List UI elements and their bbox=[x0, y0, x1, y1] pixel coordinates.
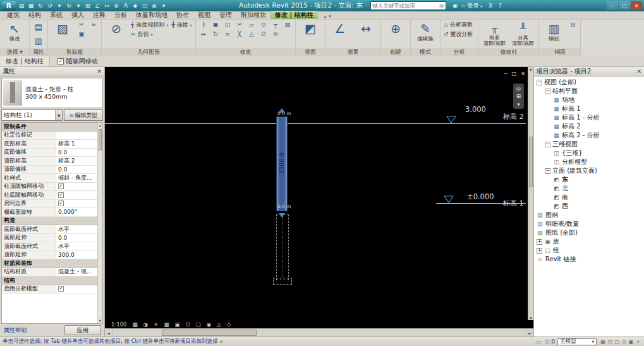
background-processes-icon[interactable]: ▦ bbox=[600, 339, 605, 345]
rebar-button[interactable]: ▥ 钢筋 bbox=[541, 20, 566, 47]
search-input[interactable] bbox=[372, 3, 439, 9]
navigation-cube-icon[interactable]: ⊞ bbox=[516, 93, 521, 99]
scroll-right-icon[interactable]: ► bbox=[526, 329, 533, 337]
ribbon-tab[interactable]: 视图 bbox=[193, 11, 215, 19]
drawing-area[interactable]: 3.000 标高 2 ±0.000 标高 1 3500.0 0.0 m 0.0 … bbox=[105, 67, 533, 320]
show-crop-region-icon[interactable]: ⊡ bbox=[186, 321, 190, 328]
measure-icon[interactable]: ∠ bbox=[93, 1, 102, 10]
property-row[interactable]: 材质和装饰 bbox=[2, 259, 97, 268]
structural-column[interactable]: 3500.0 bbox=[276, 116, 288, 211]
ribbon-tab[interactable]: 附加模块 bbox=[236, 11, 270, 19]
prop-base-offset[interactable]: 底部偏移 0.0 bbox=[2, 149, 97, 158]
prop-top-level[interactable]: 顶部标高 标高 2 bbox=[2, 157, 97, 166]
copy-icon[interactable]: ▣ bbox=[76, 30, 87, 39]
print-icon[interactable]: ▥ bbox=[83, 1, 92, 10]
aligned-dimension-icon[interactable]: ↔ bbox=[102, 1, 111, 10]
help-icon[interactable]: ? bbox=[499, 3, 502, 9]
undo-icon[interactable]: ↺ bbox=[46, 1, 54, 10]
move-icon[interactable]: ↔ bbox=[198, 30, 209, 39]
property-checkbox[interactable] bbox=[58, 201, 64, 206]
temporary-hide-isolate-icon[interactable]: ▢ bbox=[196, 321, 201, 328]
ribbon-panel-label[interactable]: 测量 bbox=[325, 48, 380, 56]
vertical-scrollbar[interactable]: ▲ ▼ bbox=[528, 67, 533, 320]
prop-top-offset[interactable]: 顶部偏移 0.0 bbox=[2, 166, 97, 175]
ribbon-panel-label[interactable]: 视图 bbox=[296, 48, 325, 56]
pin-icon[interactable]: ⊙ bbox=[258, 20, 269, 29]
ribbon-tab[interactable]: 修改 | 结构柱 bbox=[270, 11, 318, 19]
ribbon-tab[interactable]: 插入 bbox=[67, 11, 88, 19]
ribbon-tab[interactable]: 体量和场地 bbox=[131, 11, 172, 19]
join-end-cut-button[interactable]: ╅ 连接端切割 ▾ bbox=[130, 20, 169, 29]
paste-button[interactable]: ▨ bbox=[50, 20, 75, 47]
navbar-dropdown-icon[interactable]: ▾ bbox=[517, 101, 520, 108]
match-icon[interactable]: ≋ bbox=[270, 30, 281, 39]
scale-icon[interactable]: △ bbox=[246, 30, 257, 39]
tree-3d-analytical[interactable]: 分析模型 bbox=[534, 158, 644, 166]
cut-icon[interactable]: ✂ bbox=[76, 20, 87, 29]
tree-plan-level1[interactable]: 标高 1 bbox=[534, 104, 644, 113]
ribbon-panel-label[interactable]: 选择 ▾ bbox=[0, 48, 29, 56]
minimize-button[interactable]: ─ bbox=[607, 1, 618, 10]
expand-toggle-icon[interactable] bbox=[545, 89, 550, 94]
expand-toggle-icon[interactable] bbox=[545, 168, 550, 174]
open-icon[interactable]: ▤ bbox=[17, 1, 26, 10]
ribbon-panel-label[interactable]: 剪贴板 bbox=[48, 48, 101, 56]
editable-only-icon[interactable]: ▭ bbox=[537, 339, 542, 345]
close-button[interactable]: ✕ bbox=[631, 1, 642, 10]
tree-revit-links[interactable]: Revit 链接 bbox=[534, 255, 644, 264]
tree-legends[interactable]: 图例 bbox=[534, 211, 644, 219]
crop-view-icon[interactable]: ▣ bbox=[175, 321, 180, 328]
sync-icon[interactable]: ↻ bbox=[36, 1, 45, 10]
trim-extend-icon[interactable]: ┮ bbox=[270, 20, 281, 29]
drag-on-selection-icon[interactable]: + bbox=[636, 339, 640, 345]
analytical-adjust-button[interactable]: △ 分析调整 bbox=[442, 20, 477, 29]
select-pinned-icon[interactable]: ⊙ bbox=[622, 339, 626, 345]
ribbon-tab[interactable]: 管理 bbox=[215, 11, 236, 19]
ribbon-panel-label[interactable]: 钢筋 bbox=[539, 48, 580, 56]
tree-elevations[interactable]: 立面 (建筑立面) bbox=[534, 166, 644, 175]
3d-view-icon[interactable]: ◈ bbox=[131, 1, 140, 10]
redo-icon[interactable]: ↻ bbox=[64, 1, 73, 10]
steering-wheel-icon[interactable]: ◎ bbox=[516, 85, 521, 92]
select-links-icon[interactable]: ⊡ bbox=[608, 339, 612, 345]
rotate-icon[interactable]: ↻ bbox=[210, 30, 221, 39]
unpin-icon[interactable]: ∅ bbox=[258, 30, 269, 39]
properties-palette-button[interactable]: ▤ bbox=[32, 20, 46, 34]
moves-with-grids-checkbox[interactable]: ✓ bbox=[58, 58, 64, 65]
cut-geometry-button[interactable]: ⊘ bbox=[104, 20, 129, 47]
ribbon-panel-label[interactable]: 修改 bbox=[196, 48, 295, 56]
property-checkbox[interactable] bbox=[58, 286, 64, 292]
mirror-icon[interactable]: ◫ bbox=[222, 20, 233, 29]
tree-3d-default[interactable]: {三维} bbox=[534, 149, 644, 158]
property-checkbox[interactable] bbox=[58, 192, 64, 198]
select-by-face-icon[interactable]: ▣ bbox=[629, 339, 634, 345]
prop-top-cut-style[interactable]: 顶部截面样式 水平 bbox=[2, 242, 97, 251]
properties-help-link[interactable]: 属性帮助 bbox=[3, 326, 27, 335]
tree-elevation-south[interactable]: 南 bbox=[534, 193, 644, 202]
tree-sheets[interactable]: 图纸 (全部) bbox=[534, 228, 644, 237]
tree-3d-views[interactable]: 三维视图 bbox=[534, 140, 644, 149]
level-1-head-icon[interactable] bbox=[444, 195, 454, 203]
column-bottom-offset-label[interactable]: 0.0 m bbox=[277, 204, 291, 209]
column-top-offset-label[interactable]: 0.0 m bbox=[277, 111, 291, 116]
tag-icon[interactable]: ⊕ bbox=[112, 1, 121, 10]
prop-enable-analytical-model[interactable]: 启用分析模型 bbox=[2, 285, 97, 294]
project-browser-close-icon[interactable]: ✕ bbox=[636, 68, 641, 75]
copy-element-icon[interactable]: ▣ bbox=[210, 20, 221, 29]
reveal-hidden-elements-icon[interactable]: ◉ bbox=[207, 321, 211, 328]
prop-base-level[interactable]: 底部标高 标高 1 bbox=[2, 140, 97, 149]
tree-elevation-west[interactable]: 西 bbox=[534, 202, 644, 211]
view-minimize-icon[interactable]: ─ bbox=[504, 71, 507, 77]
array-icon[interactable]: ▱ bbox=[246, 20, 257, 29]
ribbon-panel-label[interactable]: 属性 bbox=[30, 48, 47, 56]
aligned-dimension-button[interactable]: ↔ bbox=[353, 20, 379, 47]
tree-plan-site[interactable]: 场地 bbox=[534, 96, 644, 104]
element-selector-dropdown[interactable]: 结构柱 (1) ▼ bbox=[1, 109, 63, 121]
prop-room-bounding[interactable]: 房间边界 bbox=[2, 200, 97, 209]
design-option-select[interactable]: 主模型 ▼ bbox=[557, 338, 597, 345]
prop-cross-section-rotation[interactable]: 横截面旋转 0.000° bbox=[2, 208, 97, 217]
rebar-cover-icon[interactable]: ⊟ bbox=[567, 20, 578, 29]
horizontal-scrollbar[interactable]: ◄ ► bbox=[105, 328, 533, 337]
tree-elevation-north[interactable]: 北 bbox=[534, 184, 644, 193]
scroll-left-icon[interactable]: ◄ bbox=[105, 329, 112, 337]
